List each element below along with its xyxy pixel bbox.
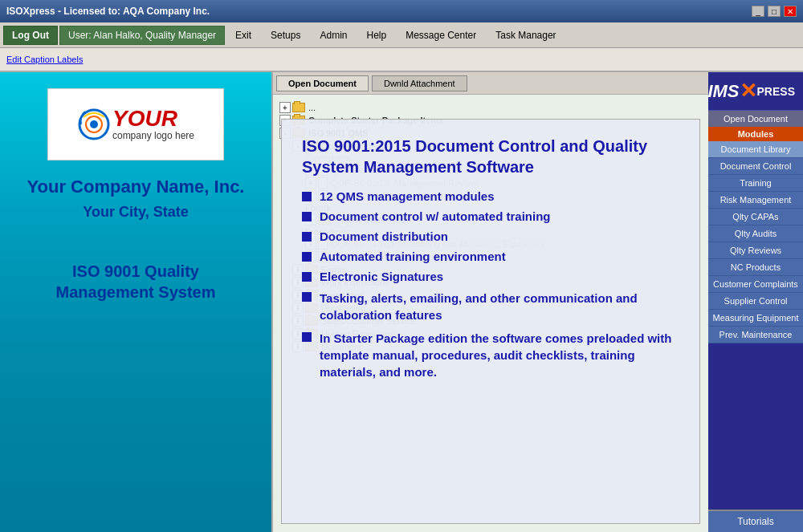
promo-item-7: In Starter Package edition the software …: [302, 330, 679, 380]
promo-overlay: ISO 9001:2015 Document Control and Quali…: [281, 119, 700, 524]
module-supplier-control[interactable]: Supplier Control: [708, 293, 803, 310]
promo-text: 12 QMS management modules: [320, 189, 495, 203]
promo-item-5: Electronic Signatures: [302, 270, 679, 283]
promo-item-2: Document control w/ automated training: [302, 209, 679, 223]
right-logo-area: IMS✕PRESS: [708, 72, 803, 111]
module-prev-maintenance[interactable]: Prev. Maintenance: [708, 327, 803, 343]
bullet-icon: [302, 232, 312, 242]
logo-icon: [77, 108, 111, 141]
iso-title: ISO 9001 QualityManagement System: [56, 261, 216, 303]
folder-icon: [292, 103, 305, 112]
tree-label: ...: [308, 103, 316, 112]
logo-area: YOUR company logo here: [47, 88, 224, 160]
logo-text-block: YOUR company logo here: [112, 108, 194, 141]
modules-label: Modules: [708, 127, 803, 141]
main-content: YOUR company logo here Your Company Name…: [0, 72, 803, 532]
promo-item-1: 12 QMS management modules: [302, 189, 679, 203]
logo-company-text: company logo here: [112, 130, 194, 141]
right-open-doc-button[interactable]: Open Document: [708, 111, 803, 127]
center-panel: Open Document Dwnld Attachment + ... + C…: [273, 72, 708, 532]
toolbar: Edit Caption Labels: [0, 48, 803, 72]
bullet-icon: [302, 292, 312, 302]
module-nc-products[interactable]: NC Products: [708, 259, 803, 276]
promo-text: Electronic Signatures: [320, 270, 443, 283]
promo-text: In Starter Package edition the software …: [320, 330, 679, 380]
bullet-icon: [302, 332, 312, 342]
promo-title: ISO 9001:2015 Document Control and Quali…: [302, 136, 679, 177]
logout-button[interactable]: Log Out: [3, 26, 58, 45]
edit-caption-labels-link[interactable]: Edit Caption Labels: [6, 55, 83, 64]
help-menu[interactable]: Help: [357, 26, 395, 45]
module-qlty-audits[interactable]: Qlty Audits: [708, 225, 803, 242]
company-name: Your Company Name, Inc.: [27, 177, 245, 197]
module-qlty-reviews[interactable]: Qlty Reviews: [708, 242, 803, 259]
svg-point-2: [90, 120, 98, 128]
tree-area: + ... + Complete Starter Package Items -…: [273, 95, 708, 532]
promo-item-4: Automated training environment: [302, 250, 679, 263]
module-document-control[interactable]: Document Control: [708, 158, 803, 175]
module-document-library[interactable]: Document Library: [708, 141, 803, 158]
setups-menu[interactable]: Setups: [262, 26, 309, 45]
title-bar: ISOXpress - Licensed to: AQA Company Inc…: [0, 0, 803, 22]
bullet-icon: [302, 252, 312, 262]
task-manager-menu[interactable]: Task Manager: [487, 26, 565, 45]
exit-menu[interactable]: Exit: [226, 26, 260, 45]
module-qlty-capas[interactable]: Qlty CAPAs: [708, 209, 803, 225]
promo-item-6: Tasking, alerts, emailing, and other com…: [302, 290, 679, 323]
bullet-icon: [302, 192, 312, 201]
tree-item[interactable]: + ...: [279, 101, 702, 114]
promo-text: Document control w/ automated training: [320, 209, 551, 223]
minimize-button[interactable]: _: [752, 6, 764, 17]
menu-bar: Log Out User: Alan Halko, Quality Manage…: [0, 22, 803, 48]
app-title: ISOXpress - Licensed to: AQA Company Inc…: [6, 6, 210, 17]
admin-menu[interactable]: Admin: [311, 26, 356, 45]
left-panel: YOUR company logo here Your Company Name…: [0, 72, 273, 532]
message-center-menu[interactable]: Message Center: [397, 26, 485, 45]
bullet-icon: [302, 272, 312, 282]
promo-text: Tasking, alerts, emailing, and other com…: [320, 290, 679, 323]
ims-text: IMS: [707, 81, 739, 102]
user-info-button: User: Alan Halko, Quality Manager: [59, 26, 225, 45]
logo-your-text: YOUR: [112, 108, 194, 130]
module-measuring-equipment[interactable]: Measuring Equipment: [708, 310, 803, 327]
company-logo: YOUR company logo here: [77, 108, 194, 141]
promo-text: Document distribution: [320, 229, 448, 243]
promo-item-3: Document distribution: [302, 229, 679, 243]
tutorials-button[interactable]: Tutorials: [708, 510, 803, 532]
center-toolbar: Open Document Dwnld Attachment: [273, 72, 708, 95]
open-document-tab[interactable]: Open Document: [276, 75, 369, 91]
company-city: Your City, State: [83, 204, 188, 221]
right-panel: IMS✕PRESS Open Document Modules Document…: [708, 72, 803, 532]
promo-text: Automated training environment: [320, 250, 506, 263]
window-controls: _ □ ✕: [752, 6, 797, 17]
close-button[interactable]: ✕: [784, 6, 797, 17]
module-risk-management[interactable]: Risk Management: [708, 192, 803, 209]
maximize-button[interactable]: □: [768, 6, 781, 17]
module-customer-complaints[interactable]: Customer Complaints: [708, 276, 803, 293]
ims-logo: IMS✕PRESS: [712, 79, 799, 104]
x-icon: ✕: [740, 79, 757, 104]
module-training[interactable]: Training: [708, 175, 803, 192]
dwnld-attachment-tab[interactable]: Dwnld Attachment: [372, 75, 467, 91]
bullet-icon: [302, 212, 312, 221]
expand-icon[interactable]: +: [279, 102, 291, 113]
press-text: PRESS: [757, 85, 795, 98]
